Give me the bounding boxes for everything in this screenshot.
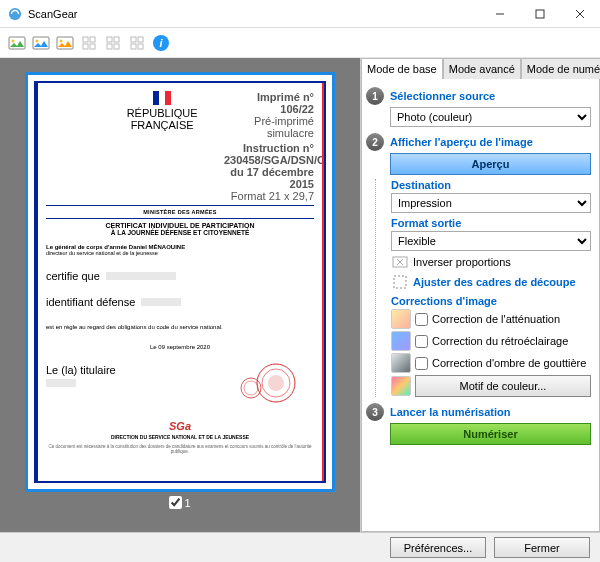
svg-rect-14 bbox=[114, 44, 119, 49]
corrections-title: Corrections d'image bbox=[391, 295, 591, 307]
info-icon[interactable]: i bbox=[150, 32, 172, 54]
fade-checkbox[interactable] bbox=[415, 313, 428, 326]
backlight-corr-icon bbox=[391, 331, 411, 351]
seal-large-icon bbox=[256, 363, 296, 403]
svg-point-4 bbox=[36, 39, 39, 42]
svg-rect-16 bbox=[138, 37, 143, 42]
format-select[interactable]: Flexible bbox=[391, 231, 591, 251]
svg-rect-13 bbox=[107, 44, 112, 49]
settings-panel: Mode de base Mode avancé Mode de numéris… bbox=[360, 58, 600, 532]
thumb-single-icon[interactable] bbox=[30, 32, 52, 54]
svg-rect-11 bbox=[107, 37, 112, 42]
close-app-button[interactable]: Fermer bbox=[494, 537, 590, 558]
backlight-label: Correction du rétroéclairage bbox=[432, 335, 568, 347]
step2-badge: 2 bbox=[366, 133, 384, 151]
gutter-corr-icon bbox=[391, 353, 411, 373]
svg-rect-3 bbox=[33, 37, 49, 49]
page-checkbox[interactable]: 1 bbox=[169, 496, 190, 509]
step3-badge: 3 bbox=[366, 403, 384, 421]
format-title: Format sortie bbox=[391, 217, 591, 229]
svg-rect-8 bbox=[90, 37, 95, 42]
svg-rect-5 bbox=[57, 37, 73, 49]
preview-frame[interactable]: RÉPUBLIQUE FRANÇAISE Imprimé n° 106/22 P… bbox=[25, 72, 335, 492]
numeriser-button[interactable]: Numériser bbox=[390, 423, 591, 445]
close-button[interactable] bbox=[560, 0, 600, 28]
destination-title: Destination bbox=[391, 179, 591, 191]
svg-point-6 bbox=[60, 39, 63, 42]
apercu-button[interactable]: Aperçu bbox=[390, 153, 591, 175]
step1-badge: 1 bbox=[366, 87, 384, 105]
source-select[interactable]: Photo (couleur) bbox=[390, 107, 591, 127]
minimize-button[interactable] bbox=[480, 0, 520, 28]
step2-title: Afficher l'aperçu de l'image bbox=[390, 136, 533, 148]
gutter-checkbox[interactable] bbox=[415, 357, 428, 370]
svg-rect-10 bbox=[90, 44, 95, 49]
grid-icon[interactable] bbox=[126, 32, 148, 54]
crop-icon bbox=[391, 273, 409, 291]
thumb-multi-icon[interactable] bbox=[54, 32, 76, 54]
rf-logo-icon bbox=[153, 91, 171, 105]
svg-rect-23 bbox=[165, 91, 171, 105]
destination-select[interactable]: Impression bbox=[391, 193, 591, 213]
step1-title: Sélectionner source bbox=[390, 90, 495, 102]
svg-rect-0 bbox=[536, 10, 544, 18]
maximize-button[interactable] bbox=[520, 0, 560, 28]
rotate-right-icon[interactable] bbox=[102, 32, 124, 54]
preview-area: RÉPUBLIQUE FRANÇAISE Imprimé n° 106/22 P… bbox=[0, 58, 360, 532]
svg-rect-30 bbox=[394, 276, 406, 288]
gutter-label: Correction d'ombre de gouttière bbox=[432, 357, 586, 369]
svg-rect-17 bbox=[131, 44, 136, 49]
invert-icon[interactable] bbox=[391, 253, 409, 271]
color-pattern-icon bbox=[391, 376, 411, 396]
app-icon bbox=[8, 7, 22, 21]
svg-rect-18 bbox=[138, 44, 143, 49]
svg-rect-12 bbox=[114, 37, 119, 42]
svg-rect-9 bbox=[83, 44, 88, 49]
toolbar: i bbox=[0, 28, 600, 58]
invert-label: Inverser proportions bbox=[413, 256, 511, 268]
fade-corr-icon bbox=[391, 309, 411, 329]
svg-rect-15 bbox=[131, 37, 136, 42]
window-title: ScanGear bbox=[28, 8, 480, 20]
document-preview: RÉPUBLIQUE FRANÇAISE Imprimé n° 106/22 P… bbox=[34, 81, 326, 483]
svg-rect-1 bbox=[9, 37, 25, 49]
bottom-bar: Préférences... Fermer bbox=[0, 532, 600, 562]
rotate-left-icon[interactable] bbox=[78, 32, 100, 54]
svg-rect-21 bbox=[153, 91, 159, 105]
step3-title: Lancer la numérisation bbox=[390, 406, 510, 418]
svg-point-28 bbox=[268, 375, 284, 391]
tab-advanced[interactable]: Mode avancé bbox=[443, 58, 521, 79]
thumb-presets-icon[interactable] bbox=[6, 32, 28, 54]
tab-basic[interactable]: Mode de base bbox=[361, 58, 443, 79]
titlebar: ScanGear bbox=[0, 0, 600, 28]
svg-rect-7 bbox=[83, 37, 88, 42]
svg-rect-22 bbox=[159, 91, 165, 105]
fade-label: Correction de l'atténuation bbox=[432, 313, 560, 325]
tab-auto[interactable]: Mode de numérisation automatique bbox=[521, 58, 600, 79]
crop-title[interactable]: Ajuster des cadres de découpe bbox=[413, 276, 576, 288]
svg-point-2 bbox=[12, 39, 15, 42]
backlight-checkbox[interactable] bbox=[415, 335, 428, 348]
color-pattern-button[interactable]: Motif de couleur... bbox=[415, 375, 591, 397]
preferences-button[interactable]: Préférences... bbox=[390, 537, 486, 558]
